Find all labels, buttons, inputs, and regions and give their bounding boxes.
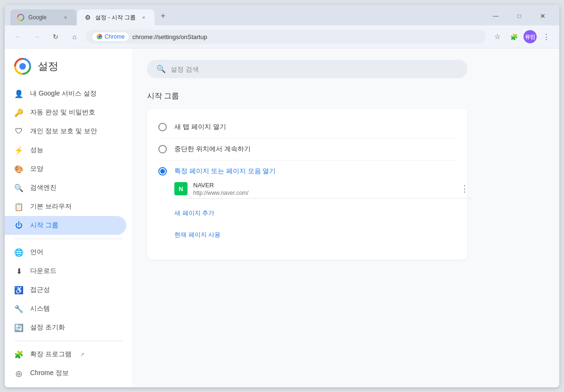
settings-favicon: ⚙ (84, 14, 91, 21)
chrome-label: Chrome (105, 33, 125, 40)
google-favicon (17, 14, 25, 21)
sidebar-item-system[interactable]: 🔧 시스템 (5, 299, 126, 318)
option-specific-pages-label: 특정 페이지 또는 페이지 모음 열기 (174, 167, 276, 176)
use-current-link[interactable]: 현재 페이지 사용 (174, 226, 221, 244)
sidebar-item-autofill[interactable]: 🔑 자동 완성 및 비밀번호 (5, 103, 126, 122)
tab-settings[interactable]: ⚙ 설정 - 시작 그룹 × (77, 9, 155, 25)
sidebar-label-about: Chrome 정보 (30, 369, 69, 377)
person-icon: 👤 (14, 89, 24, 98)
sidebar-label-appearance: 모양 (30, 165, 43, 173)
sidebar-label-downloads: 다운로드 (30, 267, 57, 275)
sidebar-label-extensions: 확장 프로그램 (30, 350, 72, 359)
chrome-icon (96, 33, 103, 40)
sidebar-label-search-engine: 검색엔진 (30, 184, 57, 192)
reset-icon: 🔄 (14, 323, 24, 332)
naver-menu-button[interactable]: ⋮ (457, 181, 472, 196)
sidebar-label-accessibility: 접근성 (30, 286, 50, 294)
add-page-row: 새 페이지 추가 (174, 202, 214, 224)
option-continue-label: 중단한 위치에서 계속하기 (174, 145, 251, 153)
sidebar-label-my-google: 내 Google 서비스 설정 (30, 89, 97, 98)
sidebar-label-performance: 성능 (30, 146, 43, 154)
naver-url: http://www.naver.com/ (193, 190, 451, 196)
tab-settings-close[interactable]: × (139, 13, 148, 22)
wrench-icon: 🔧 (14, 304, 24, 313)
back-button[interactable]: ← (10, 29, 25, 44)
home-button[interactable]: ⌂ (67, 29, 82, 44)
sidebar-item-appearance[interactable]: 🎨 모양 (5, 160, 126, 178)
sidebar-item-downloads[interactable]: ⬇ 다운로드 (5, 262, 126, 280)
external-link-icon: ↗ (80, 352, 84, 358)
radio-selected-indicator (160, 169, 165, 174)
maximize-button[interactable]: □ (508, 9, 530, 23)
option-specific-pages[interactable]: 특정 페이지 또는 페이지 모음 열기 N NAVER http://www.n… (158, 160, 456, 252)
browser-icon: 📋 (14, 202, 24, 211)
tab-settings-label: 설정 - 시작 그룹 (95, 14, 136, 22)
use-current-row: 현재 페이지 사용 (174, 224, 221, 246)
naver-icon: N (174, 182, 188, 195)
minimize-button[interactable]: — (485, 9, 507, 23)
sidebar-item-my-google[interactable]: 👤 내 Google 서비스 설정 (5, 84, 126, 103)
naver-entry: N NAVER http://www.naver.com/ ⋮ (174, 176, 472, 199)
reload-button[interactable]: ↻ (48, 29, 63, 44)
google-logo (14, 58, 31, 75)
performance-icon: ⚡ (14, 145, 24, 155)
new-tab-button[interactable]: + (155, 8, 171, 24)
option-new-tab[interactable]: 새 탭 페이지 열기 (158, 116, 456, 138)
menu-button[interactable]: ⋮ (539, 29, 554, 44)
palette-icon: 🎨 (14, 164, 24, 174)
sidebar-label-language: 언어 (30, 248, 43, 256)
shield-icon: 🛡 (14, 127, 24, 136)
language-icon: 🌐 (14, 248, 24, 257)
address-text: chrome://settings/onStartup (132, 33, 479, 40)
sidebar-label-default-browser: 기본 브라우저 (30, 202, 72, 211)
sidebar-item-on-startup[interactable]: ⏻ 시작 그룹 (5, 216, 126, 235)
title-bar: Google × ⚙ 설정 - 시작 그룹 × + — □ ✕ (5, 5, 559, 25)
option-continue[interactable]: 중단한 위치에서 계속하기 (158, 138, 456, 160)
sidebar: 설정 👤 내 Google 서비스 설정 🔑 자동 완성 및 비밀번호 🛡 개인… (5, 48, 132, 387)
extensions-icon: 🧩 (14, 350, 24, 359)
sidebar-item-extensions[interactable]: 🧩 확장 프로그램 ↗ (5, 345, 126, 364)
search-input[interactable] (171, 65, 458, 73)
sidebar-item-performance[interactable]: ⚡ 성능 (5, 141, 126, 160)
sidebar-item-default-browser[interactable]: 📋 기본 브라우저 (5, 197, 126, 216)
bookmark-button[interactable]: ☆ (490, 29, 505, 44)
search-bar[interactable]: 🔍 (147, 60, 467, 78)
radio-specific-pages[interactable] (158, 167, 167, 176)
sidebar-item-about[interactable]: ◎ Chrome 정보 (5, 364, 126, 383)
svg-point-4 (19, 63, 26, 70)
sidebar-item-reset[interactable]: 🔄 설정 초기화 (5, 318, 126, 337)
extensions-button[interactable]: 🧩 (507, 29, 522, 44)
tab-bar: Google × ⚙ 설정 - 시작 그룹 × + (10, 8, 483, 25)
download-icon: ⬇ (14, 266, 24, 276)
close-button[interactable]: ✕ (532, 9, 554, 23)
search-icon: 🔍 (14, 183, 24, 192)
sidebar-divider-1 (14, 239, 123, 239)
sidebar-item-accessibility[interactable]: ♿ 접근성 (5, 280, 126, 299)
tab-google-close[interactable]: × (61, 13, 70, 22)
sidebar-item-privacy[interactable]: 🛡 개인 정보 보호 및 보안 (5, 122, 126, 141)
settings-title: 설정 (38, 59, 58, 73)
naver-info: NAVER http://www.naver.com/ (193, 182, 451, 196)
address-bar[interactable]: Chrome chrome://settings/onStartup (86, 30, 486, 44)
radio-new-tab[interactable] (158, 123, 167, 131)
nav-tools: ☆ 🧩 유민 ⋮ (490, 29, 554, 44)
tab-google[interactable]: Google × (10, 9, 76, 25)
sidebar-divider-2 (14, 341, 123, 341)
add-page-link[interactable]: 새 페이지 추가 (174, 204, 214, 222)
sidebar-item-language[interactable]: 🌐 언어 (5, 243, 126, 262)
search-bar-icon: 🔍 (156, 64, 166, 73)
radio-continue[interactable] (158, 145, 167, 153)
browser-window: Google × ⚙ 설정 - 시작 그룹 × + — □ ✕ ← → ↻ ⌂ (5, 5, 559, 387)
svg-point-2 (98, 35, 100, 38)
key-icon: 🔑 (14, 108, 24, 117)
option-new-tab-label: 새 탭 페이지 열기 (174, 123, 226, 131)
sidebar-label-autofill: 자동 완성 및 비밀번호 (30, 108, 95, 117)
sidebar-label-privacy: 개인 정보 보호 및 보안 (30, 127, 97, 136)
sidebar-label-on-startup: 시작 그룹 (30, 221, 58, 230)
section-title: 시작 그룹 (147, 91, 544, 101)
avatar-button[interactable]: 유민 (523, 30, 537, 43)
nav-bar: ← → ↻ ⌂ Chrome chrome://settings/onStart… (5, 25, 559, 48)
forward-button[interactable]: → (29, 29, 44, 44)
main-content: 설정 👤 내 Google 서비스 설정 🔑 자동 완성 및 비밀번호 🛡 개인… (5, 48, 559, 387)
sidebar-item-search-engine[interactable]: 🔍 검색엔진 (5, 178, 126, 197)
